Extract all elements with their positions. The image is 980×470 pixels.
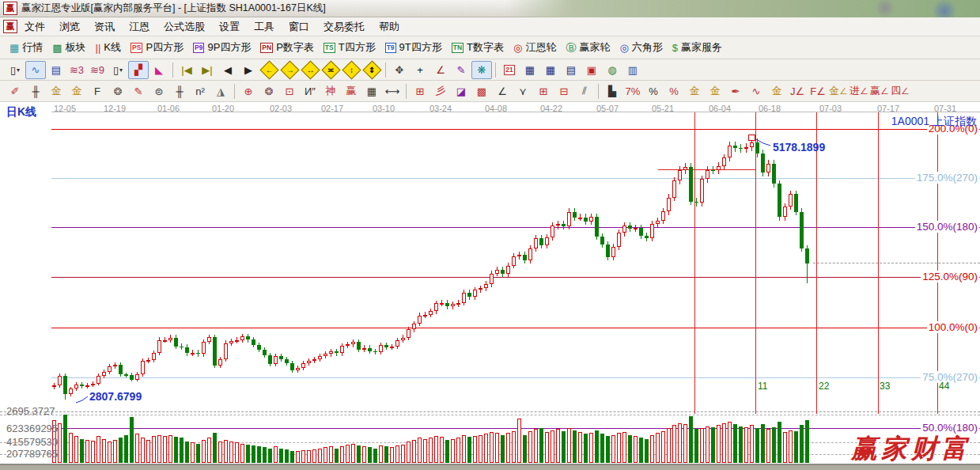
nav-last-bar[interactable]: ▶| [197,61,218,79]
nav-save[interactable]: ▣ [581,61,602,79]
nav-smart-analysis[interactable]: ❋ [471,61,492,79]
nav-drag-hand[interactable]: ✥ [389,61,410,79]
menu-item-gann[interactable]: 江恩 [122,18,157,36]
menu-item-news[interactable]: 资讯 [87,18,122,36]
nav-next-bar[interactable]: ▶ [238,61,259,79]
nav-crosshair[interactable]: + [410,61,430,79]
draw-shen-grid[interactable]: 神 [320,82,341,100]
nav-pattern-overlay[interactable]: ▞ [128,61,149,79]
draw-si-angle[interactable]: 四∠ [890,82,910,100]
draw-gold-grid-2[interactable]: 金 [66,82,87,100]
nav-gann-notes[interactable]: ✎ [451,61,471,79]
draw-boxed-target[interactable]: ⊡ [279,82,300,100]
draw-f-grid[interactable]: F [87,82,108,100]
draw-n2-grid[interactable]: n² [190,82,210,100]
chart-area[interactable]: 12-0512-1901-0601-2002-0302-1703-1003-24… [0,102,980,464]
draw-percent-line[interactable]: % [664,82,684,100]
draw-trend-angle[interactable]: ∠ [492,82,513,100]
toolbar-button-p-square[interactable]: PSP四方形 [126,38,188,57]
volume-bar [761,424,765,463]
nav-memo[interactable]: ▤ [561,61,581,79]
nav-remote-download[interactable]: ▥ [622,61,643,79]
draw-ruler-grid[interactable]: ▦ [361,82,382,100]
draw-pen-tool[interactable]: ✐ [5,82,25,100]
draw-grid-a[interactable]: ⊞ [533,82,554,100]
toolbar-button-sectors[interactable]: ▩板块 [47,38,90,57]
draw-check-lines[interactable]: ⋎ [513,82,533,100]
toolbar-button-quotes[interactable]: ▦行情 [5,38,47,57]
nav-pan-left[interactable]: ← [259,61,279,79]
nav-angle-measure[interactable]: ∠ [430,61,451,79]
toolbar-button-kline[interactable]: ||K线 [91,38,126,57]
nav-network-data[interactable]: ◍ [602,61,622,79]
nav-calculator[interactable]: ▦ [520,61,540,79]
draw-gold-grid[interactable]: 金 [46,82,66,100]
stats-bars-icon: ▙ [608,85,616,97]
draw-gold-line[interactable]: 金 [705,82,725,100]
draw-jin-angle[interactable]: 进∠ [849,82,869,100]
draw-spiral-tool[interactable]: ❂ [108,82,128,100]
draw-angle-guide[interactable]: ◮ [210,82,231,100]
nav-wave-9[interactable]: ≋9 [87,61,108,79]
draw-parallel-lines[interactable]: ⫽ [574,82,595,100]
draw-f-angle[interactable]: F∠ [808,82,828,100]
draw-pen-bars[interactable]: ✒ [725,82,746,100]
draw-grid-tool[interactable]: ╫ [25,82,46,100]
draw-grid-b[interactable]: ⊟ [554,82,574,100]
menu-item-browse[interactable]: 浏览 [52,18,87,36]
toolbar-button-hexagon[interactable]: ◎六角形 [615,38,667,57]
toolbar-button-winner-service[interactable]: $赢家服务 [668,38,727,57]
nav-calendar[interactable]: 21 [499,61,520,79]
volume-bar [373,449,377,463]
draw-gold-circle[interactable]: 金 [684,82,705,100]
menu-item-trade-order[interactable]: 交易委托 [316,18,372,36]
draw-j-angle[interactable]: J∠ [787,82,808,100]
nav-zoom-in-x[interactable]: ≍ [320,61,341,79]
draw-gold-angle[interactable]: 金∠ [828,82,849,100]
draw-circle-grid[interactable]: ⊜ [149,82,169,100]
menu-item-file[interactable]: 文件 [17,18,52,36]
toolbar-button-9t-square[interactable]: T99T四方形 [380,38,447,57]
nav-info-panel[interactable]: ▤ [46,61,66,79]
draw-fan-lines[interactable]: 彡 [430,82,451,100]
draw-brush-tool[interactable]: ✎ [128,82,149,100]
nav-first-bar[interactable]: |◀ [176,61,197,79]
nav-calculator-2[interactable]: ▦ [540,61,561,79]
toolbar-button-p-number-table[interactable]: PNP数字表 [255,38,318,57]
draw-h-measure[interactable]: ⟷ [382,82,403,100]
menu-item-formula-stock-pick[interactable]: 公式选股 [157,18,212,36]
nav-candle-tool[interactable]: ▯▾ [108,61,128,79]
draw-target[interactable]: ❂ [259,82,279,100]
nav-wave-3[interactable]: ≋3 [66,61,87,79]
toolbar-button-9p-square[interactable]: P99P四方形 [188,38,255,57]
menu-item-tools[interactable]: 工具 [247,18,282,36]
draw-quote-mark[interactable]: И″ [300,82,320,100]
draw-gold-line-2[interactable]: 金 [766,82,787,100]
draw-wave-band[interactable]: ∿ [746,82,766,100]
draw-compass[interactable]: ⊕ [238,82,259,100]
nav-zoom-out-y[interactable]: ↕ [341,61,361,79]
draw-ying-angle[interactable]: 赢∠ [869,82,890,100]
nav-pan-right[interactable]: → [279,61,300,79]
menu-item-help[interactable]: 帮助 [372,18,407,36]
nav-zoom-out-x[interactable]: ↔ [300,61,320,79]
draw-stats-bars[interactable]: ▙ [602,82,622,100]
menu-item-settings[interactable]: 设置 [212,18,247,36]
draw-pattern-box[interactable]: ▩ [471,82,492,100]
nav-kline-style[interactable]: ▯▾ [5,61,25,79]
nav-prev-bar[interactable]: ◀ [218,61,238,79]
draw-bar-grid[interactable]: ╫ [169,82,190,100]
nav-zigzag-overlay[interactable]: ∿ [25,61,46,79]
toolbar-button-gann-wheel[interactable]: ◎江恩轮 [509,38,561,57]
draw-percent[interactable]: % [643,82,664,100]
toolbar-button-t-number-table[interactable]: TNT数字表 [447,38,509,57]
draw-ying-grid[interactable]: 赢 [341,82,361,100]
toolbar-button-winner-wheel[interactable]: Ⓑ赢家轮 [561,38,615,57]
nav-zoom-in-y[interactable]: ⇕ [361,61,382,79]
draw-fan-box[interactable]: ◪ [451,82,471,100]
menu-item-window[interactable]: 窗口 [282,18,316,36]
draw-box-tool[interactable]: ⊞ [410,82,430,100]
toolbar-button-t-square[interactable]: TST四方形 [319,38,380,57]
draw-percent-triangle[interactable]: 7% [622,82,643,100]
nav-color-histogram[interactable]: ◣ [149,61,169,79]
